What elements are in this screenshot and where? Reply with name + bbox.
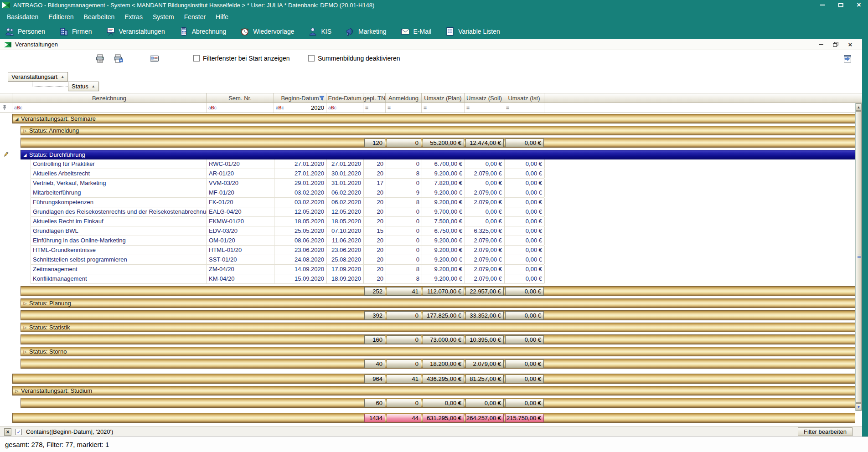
cell-ende-datum[interactable]: 18.09.2020: [327, 274, 364, 283]
data-row[interactable]: KonfliktmanagementKM-04/2015.09.202018.0…: [31, 274, 544, 284]
filter-bezeichnung[interactable]: aBc: [12, 103, 207, 113]
cell-gepl-tn[interactable]: 20: [364, 217, 386, 226]
expand-group-icon[interactable]: ▷: [13, 389, 21, 393]
group-summary-row[interactable]: 6000,00 €0,00 €0,00 €: [21, 398, 855, 408]
cell-bezeichnung[interactable]: HTML-Grundkenntnisse: [31, 246, 207, 255]
cell-anmeldung[interactable]: 0: [386, 217, 422, 226]
cell-umsatz-ist[interactable]: 0,00 €: [505, 217, 545, 226]
cell-umsatz-plan[interactable]: 6.750,00 €: [422, 226, 465, 236]
cell-sem-nr[interactable]: EALG-04/20: [207, 207, 274, 216]
filter-anmeldung[interactable]: =: [386, 103, 422, 113]
cell-umsatz-ist[interactable]: 0,00 €: [505, 265, 545, 274]
menu-extras[interactable]: Extras: [119, 11, 148, 23]
menu-system[interactable]: System: [148, 11, 179, 23]
cell-gepl-tn[interactable]: 15: [364, 226, 386, 236]
filter-value-beginn-datum[interactable]: 2020: [311, 104, 324, 111]
toolbar-abrechnung[interactable]: Abrechnung: [179, 27, 227, 36]
cell-gepl-tn[interactable]: 20: [364, 198, 386, 207]
cell-gepl-tn[interactable]: 20: [364, 169, 386, 178]
close-filter-button[interactable]: ×: [4, 428, 11, 436]
data-row[interactable]: Grundlagen BWLEDV-03/2025.05.202007.10.2…: [31, 226, 544, 236]
cell-sem-nr[interactable]: AR-01/20: [207, 169, 274, 178]
cell-ende-datum[interactable]: 06.02.2020: [327, 198, 364, 207]
cell-umsatz-soll[interactable]: 0,00 €: [465, 159, 505, 169]
cell-gepl-tn[interactable]: 20: [364, 159, 386, 169]
grand-total-row[interactable]: 143444631.295,00 €264.257,00 €215.750,00…: [12, 413, 855, 423]
cell-umsatz-ist[interactable]: 0,00 €: [505, 169, 545, 178]
cell-ende-datum[interactable]: 27.01.2020: [327, 159, 364, 169]
collapse-group-icon[interactable]: ◢: [13, 117, 21, 121]
cell-ende-datum[interactable]: 23.06.2020: [327, 246, 364, 255]
toolbar-marketing[interactable]: Marketing: [345, 27, 386, 36]
cell-bezeichnung[interactable]: Grundlagen BWL: [31, 226, 207, 236]
group-row[interactable]: ▷Status: Statistik: [21, 323, 855, 332]
group-summary-row[interactable]: 120055.200,00 €12.474,00 €0,00 €: [21, 138, 855, 148]
cell-ende-datum[interactable]: 18.05.2020: [327, 217, 364, 226]
child-close-button[interactable]: ×: [847, 41, 853, 48]
data-row[interactable]: Aktuelles ArbeitsrechtAR-01/2027.01.2020…: [31, 169, 544, 179]
expand-group-icon[interactable]: ▷: [21, 325, 29, 330]
cell-umsatz-ist[interactable]: 0,00 €: [505, 255, 545, 264]
cell-umsatz-ist[interactable]: 0,00 €: [505, 246, 545, 255]
column-header-umsatz-plan[interactable]: Umsatz (Plan): [422, 93, 465, 103]
cell-anmeldung[interactable]: 0: [386, 179, 422, 188]
filter-umsatz-ist[interactable]: =: [504, 103, 544, 113]
cell-beginn-datum[interactable]: 18.05.2020: [274, 217, 327, 226]
data-row[interactable]: Einführung in das Online-MarketingOM-01/…: [31, 236, 544, 246]
cell-umsatz-ist[interactable]: 0,00 €: [505, 159, 545, 169]
cell-sem-nr[interactable]: HTML-01/20: [207, 246, 274, 255]
menu-basisdaten[interactable]: Basisdaten: [2, 11, 43, 23]
cell-beginn-datum[interactable]: 24.08.2020: [274, 255, 327, 264]
child-minimize-button[interactable]: [818, 41, 824, 48]
cell-beginn-datum[interactable]: 08.06.2020: [274, 236, 327, 245]
filterfenster-checkbox[interactable]: Filterfenster bei Start anzeigen: [193, 55, 290, 62]
filter-ende-datum[interactable]: aBc: [326, 103, 363, 113]
filter-umsatz-soll[interactable]: =: [465, 103, 504, 113]
filter-beginn-datum[interactable]: aBc2020: [274, 103, 326, 113]
app-maximize-button[interactable]: [837, 2, 844, 8]
cell-sem-nr[interactable]: EKMW-01/20: [207, 217, 274, 226]
cell-bezeichnung[interactable]: Führungskompetenzen: [31, 198, 207, 207]
cell-ende-datum[interactable]: 30.01.2020: [327, 169, 364, 178]
cell-bezeichnung[interactable]: Zeitmanagement: [31, 265, 207, 274]
cell-sem-nr[interactable]: FK-01/20: [207, 198, 274, 207]
group-row[interactable]: ◢Status: Durchführung: [21, 150, 855, 159]
cell-umsatz-soll[interactable]: 2.079,00 €: [465, 265, 505, 274]
column-header-gepl-tn[interactable]: gepl. TN: [363, 93, 386, 103]
cell-anmeldung[interactable]: 8: [386, 265, 422, 274]
cell-bezeichnung[interactable]: Konfliktmanagement: [31, 274, 207, 283]
cell-umsatz-soll[interactable]: 2.079,00 €: [465, 255, 505, 264]
cell-anmeldung[interactable]: 8: [386, 198, 422, 207]
cell-gepl-tn[interactable]: 20: [364, 236, 386, 245]
scroll-down-button[interactable]: ▼: [856, 403, 862, 411]
cell-umsatz-ist[interactable]: 0,00 €: [505, 179, 545, 188]
filter-enabled-checkbox[interactable]: ✓: [16, 429, 22, 435]
data-row[interactable]: Schnittstellen selbst programmierenSST-0…: [31, 255, 544, 265]
collapse-group-icon[interactable]: ◢: [21, 153, 29, 157]
cell-umsatz-soll[interactable]: 2.079,00 €: [465, 246, 505, 255]
scrollbar-thumb[interactable]: [856, 111, 862, 403]
groupby-veranstaltungsart[interactable]: Veranstaltungsart ▲: [8, 72, 68, 82]
toolbar-personen[interactable]: Personen: [5, 27, 45, 36]
cell-umsatz-soll[interactable]: 6.325,00 €: [465, 226, 505, 236]
cell-anmeldung[interactable]: 8: [386, 274, 422, 283]
vertical-scrollbar[interactable]: ▲ ▼: [855, 103, 862, 411]
column-header-umsatz-soll[interactable]: Umsatz (Soll): [465, 93, 504, 103]
expand-group-icon[interactable]: ▷: [21, 349, 29, 354]
cell-umsatz-ist[interactable]: 0,00 €: [505, 274, 545, 283]
group-row[interactable]: ▷Status: Storno: [21, 347, 855, 356]
group-row[interactable]: ▷Status: Planung: [21, 298, 855, 308]
cell-anmeldung[interactable]: 8: [386, 169, 422, 178]
cell-sem-nr[interactable]: ZM-04/20: [207, 265, 274, 274]
cell-beginn-datum[interactable]: 27.01.2020: [274, 159, 327, 169]
column-header-umsatz-ist[interactable]: Umsatz (Ist): [504, 93, 544, 103]
cell-gepl-tn[interactable]: 17: [364, 179, 386, 188]
toolbar-wiedervorlage[interactable]: Wiedervorlage: [240, 27, 294, 36]
cell-ende-datum[interactable]: 12.05.2020: [327, 207, 364, 216]
data-row[interactable]: Controlling für PraktikerRWC-01/2027.01.…: [31, 159, 544, 169]
cell-umsatz-soll[interactable]: 0,00 €: [465, 179, 505, 188]
expand-group-icon[interactable]: ▷: [21, 301, 29, 306]
group-row[interactable]: ▷Status: Anmeldung: [21, 126, 855, 135]
data-row[interactable]: FührungskompetenzenFK-01/2003.02.202006.…: [31, 198, 544, 207]
filter-sem-nr[interactable]: aBc: [207, 103, 274, 113]
